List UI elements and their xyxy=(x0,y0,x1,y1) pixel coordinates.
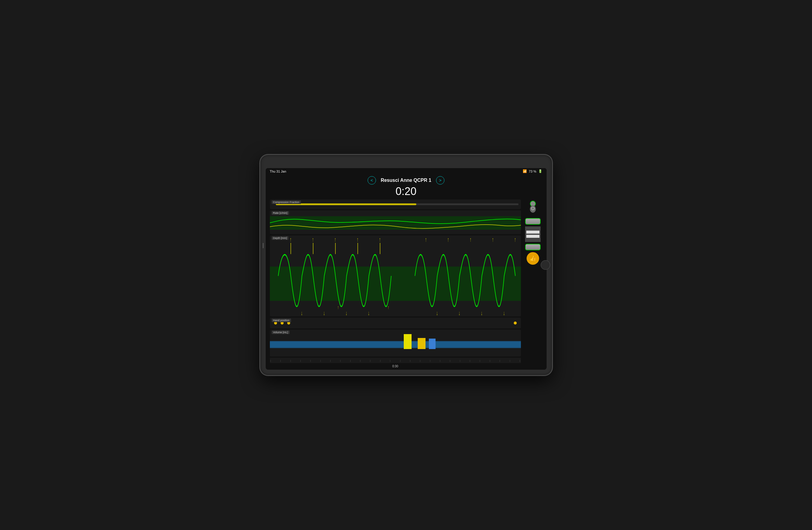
svg-text:↑: ↑ xyxy=(334,236,336,242)
tick: | xyxy=(519,360,520,362)
svg-text:↑: ↑ xyxy=(470,236,471,242)
tick: | xyxy=(450,360,450,362)
tick: | xyxy=(510,360,510,362)
svg-rect-30 xyxy=(418,338,425,349)
tick: | xyxy=(350,360,351,362)
svg-text:↑: ↑ xyxy=(425,236,426,242)
volume-chart-panel: Volume [mL] xyxy=(270,330,521,357)
ipad-screen: Thu 31 Jan 📶 73 % 🔋 < Resusci Anne QCPR … xyxy=(266,168,547,370)
timeline-ticks: | | | | | | | | | | | | | xyxy=(270,360,521,362)
svg-text:↑: ↑ xyxy=(379,236,380,242)
volume-label: Volume [mL] xyxy=(272,331,290,334)
tick: | xyxy=(280,360,281,362)
svg-text:↑: ↑ xyxy=(312,236,314,242)
svg-text:↓: ↓ xyxy=(436,309,438,316)
svg-text:↓: ↓ xyxy=(481,309,482,316)
hand-position-panel: Hand position xyxy=(270,318,521,329)
hand-icon-button[interactable]: 👍 xyxy=(526,252,539,265)
tick: | xyxy=(360,360,361,362)
rate-chart-panel: Rate [c/min] xyxy=(270,210,521,234)
tick: | xyxy=(380,360,380,362)
next-button[interactable]: > xyxy=(436,176,445,184)
svg-rect-31 xyxy=(429,338,435,349)
header: < Resusci Anne QCPR 1 > xyxy=(270,176,542,184)
tick: | xyxy=(490,360,490,362)
svg-rect-1 xyxy=(270,266,521,301)
battery-label: 73 % xyxy=(529,170,536,173)
tick: | xyxy=(470,360,470,362)
date-label: Thu 31 Jan xyxy=(270,170,286,173)
timer-display: 0:20 xyxy=(270,185,542,198)
hand-icon: 👍 xyxy=(530,255,536,262)
svg-text:↓: ↓ xyxy=(323,309,325,316)
svg-text:↓: ↓ xyxy=(503,309,505,316)
hand-dot-4 xyxy=(514,322,517,324)
compression-fraction-panel: Compression Fraction 3s xyxy=(270,199,521,209)
tick: | xyxy=(340,360,341,362)
compression-fraction-label: Compression Fraction xyxy=(272,200,301,204)
depth-label: Depth [mm] xyxy=(272,236,289,240)
tick: | xyxy=(460,360,460,362)
svg-point-35 xyxy=(532,208,534,209)
svg-text:↑: ↑ xyxy=(492,236,493,242)
status-bar: Thu 31 Jan 📶 73 % 🔋 xyxy=(266,168,547,175)
timeline-bar: | | | | | | | | | | | | | xyxy=(270,358,521,363)
svg-text:↑: ↑ xyxy=(514,236,516,242)
tick: | xyxy=(500,360,500,362)
svg-text:↓: ↓ xyxy=(301,309,302,316)
svg-rect-28 xyxy=(270,341,521,348)
tick: | xyxy=(370,360,371,362)
svg-text:↑: ↑ xyxy=(337,304,338,310)
svg-text:↑: ↑ xyxy=(447,236,449,242)
svg-text:↓: ↓ xyxy=(368,309,369,316)
volume-button[interactable] xyxy=(263,243,264,248)
device-title: Resusci Anne QCPR 1 xyxy=(381,178,431,183)
charts-area: Compression Fraction 3s Rate [c/min] xyxy=(270,199,542,368)
svg-text:↓: ↓ xyxy=(346,309,347,316)
hand-position-label: Hand position xyxy=(272,319,291,322)
tick: | xyxy=(290,360,291,362)
svg-text:↑: ↑ xyxy=(357,236,358,242)
tick: | xyxy=(420,360,420,362)
tick: | xyxy=(271,360,271,362)
rate-label: Rate [c/min] xyxy=(272,211,289,215)
compress-bottom-button[interactable] xyxy=(525,244,541,250)
tick: | xyxy=(430,360,430,362)
belt-visual xyxy=(525,226,541,242)
tick: | xyxy=(440,360,440,362)
belt-stripe-1 xyxy=(526,231,539,234)
rate-chart-svg xyxy=(270,210,521,234)
tick: | xyxy=(300,360,301,362)
compress-top-button[interactable] xyxy=(525,218,541,225)
ipad-frame: Thu 31 Jan 📶 73 % 🔋 < Resusci Anne QCPR … xyxy=(260,154,553,376)
depth-chart-svg: ↑ ↑ ↑ ↑ ↑ ↓ ↓ ↓ ↓ ↑ ↑ xyxy=(270,235,521,317)
charts-left: Compression Fraction 3s Rate [c/min] xyxy=(270,199,521,368)
battery-icon: 🔋 xyxy=(538,169,542,173)
compression-bar: 3s xyxy=(276,204,519,205)
prev-button[interactable]: < xyxy=(367,176,376,184)
depth-chart-panel: Depth [mm] xyxy=(270,235,521,317)
svg-rect-0 xyxy=(270,216,521,230)
tick: | xyxy=(480,360,480,362)
tick: | xyxy=(330,360,331,362)
volume-chart-svg xyxy=(270,330,521,357)
tick: | xyxy=(410,360,411,362)
tick: | xyxy=(320,360,321,362)
charts-right: 👍 xyxy=(523,199,542,368)
svg-text:↑: ↑ xyxy=(290,236,291,242)
tick: | xyxy=(400,360,401,362)
timeline-label: 0:30 xyxy=(270,365,521,368)
tick: | xyxy=(390,360,391,362)
wifi-icon: 📶 xyxy=(523,169,527,173)
belt-stripe-2 xyxy=(526,235,539,238)
main-content: < Resusci Anne QCPR 1 > 0:20 Compression… xyxy=(266,175,547,370)
svg-text:↓: ↓ xyxy=(459,309,460,316)
svg-rect-29 xyxy=(404,334,411,349)
mannequin-icon xyxy=(525,201,541,216)
home-button[interactable] xyxy=(541,260,550,270)
tick: | xyxy=(310,360,311,362)
svg-text:↑: ↑ xyxy=(388,304,389,310)
